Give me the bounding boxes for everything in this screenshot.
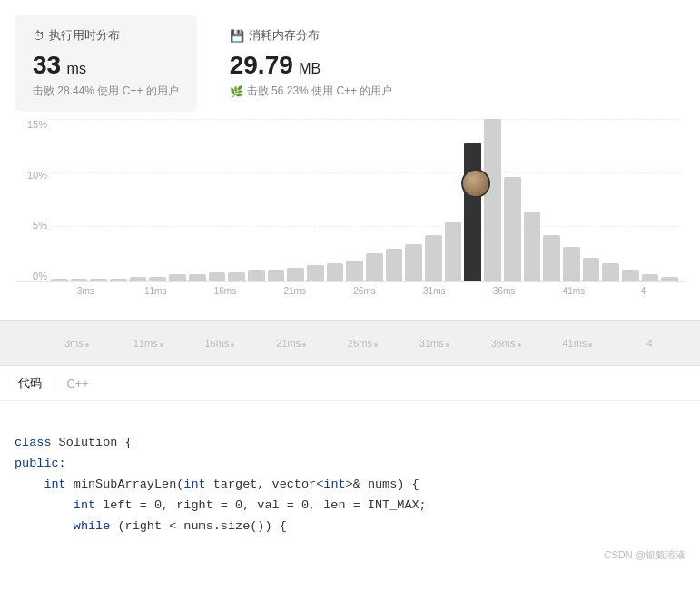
code-int-param2: int	[323, 478, 345, 491]
bar-group	[445, 119, 462, 281]
stats-section: 执行用时分布 33 ms 击败 28.44% 使用 C++ 的用户 💾 消耗内存…	[0, 0, 700, 112]
bar-group	[602, 119, 619, 281]
code-public-kw: public	[15, 457, 59, 470]
bar-group	[642, 119, 659, 281]
bar-group	[71, 119, 88, 281]
bar-group	[504, 119, 521, 281]
tab-lang[interactable]: C++	[63, 375, 93, 392]
bar	[149, 277, 166, 281]
bar-group	[327, 119, 344, 281]
bar-group	[169, 119, 186, 281]
watermark: CSDN @银氨溶液	[605, 548, 685, 562]
mini-label-11ms: 11ms	[113, 338, 185, 349]
time-title: 执行用时分布	[33, 27, 179, 44]
bar	[484, 119, 501, 281]
x-label-26ms: 26ms	[330, 286, 399, 296]
code-while-kw: while	[74, 519, 111, 533]
bar	[268, 270, 285, 281]
bar	[287, 268, 304, 281]
memory-unit: MB	[299, 61, 320, 76]
bar	[386, 249, 403, 281]
memory-value-row: 29.79 MB	[230, 51, 393, 80]
bar	[90, 279, 107, 281]
x-label-41ms: 41ms	[538, 286, 608, 296]
bar	[661, 277, 678, 281]
bar	[366, 253, 383, 281]
clock-icon	[33, 29, 44, 43]
y-label-15: 15%	[15, 119, 47, 130]
code-tab-bar: 代码 | C++	[0, 366, 700, 401]
bar-group	[228, 119, 245, 281]
mini-label-31ms: 31ms	[399, 338, 471, 349]
bar	[228, 272, 245, 281]
time-value: 33	[33, 51, 61, 79]
memory-value: 29.79	[230, 51, 293, 79]
x-label-end: 4	[608, 286, 678, 296]
mini-label-41ms: 41ms	[542, 338, 614, 349]
code-int-return: int	[44, 478, 65, 491]
bar-group	[386, 119, 403, 281]
y-label-0: 0%	[15, 271, 47, 281]
bar	[405, 244, 422, 281]
bar	[307, 265, 324, 281]
bar-group	[51, 119, 68, 281]
bar	[622, 270, 639, 281]
bar-group	[661, 119, 678, 281]
bar-group	[464, 119, 481, 281]
memory-icon: 💾	[230, 29, 244, 43]
bar-group	[346, 119, 363, 281]
mini-label-3ms: 3ms	[42, 338, 113, 349]
code-param-nums: >& nums) {	[346, 478, 419, 491]
bar-group	[563, 119, 580, 281]
time-subtitle: 击败 28.44% 使用 C++ 的用户	[33, 84, 179, 99]
code-editor: class Solution { public: int minSubArray…	[0, 401, 700, 569]
x-label-36ms: 36ms	[469, 286, 539, 296]
tab-code[interactable]: 代码	[15, 373, 45, 393]
bar	[248, 270, 265, 281]
code-class-kw: class	[15, 436, 52, 449]
code-public-colon: :	[59, 457, 66, 470]
code-while-cond: (right < nums.size()) {	[110, 519, 286, 533]
bar-group	[130, 119, 147, 281]
bar	[602, 263, 619, 281]
bar-group	[425, 119, 442, 281]
bar	[51, 279, 68, 281]
chart-area: 15% 10% 5% 0%	[15, 119, 685, 282]
mini-label-26ms: 26ms	[328, 338, 399, 349]
bar-group	[90, 119, 107, 281]
bar-group	[366, 119, 383, 281]
bar-group	[149, 119, 166, 281]
bar	[425, 235, 442, 281]
bar-group	[524, 119, 541, 281]
code-param-target: target, vector<	[206, 478, 324, 491]
mini-label-21ms: 21ms	[256, 338, 328, 349]
code-vars: left = 0, right = 0, val = 0, len = INT_…	[95, 498, 427, 512]
bar	[642, 274, 659, 281]
x-label-11ms: 11ms	[121, 286, 191, 296]
bar-group	[622, 119, 639, 281]
bar	[563, 247, 580, 281]
bar	[504, 177, 521, 281]
bar	[189, 274, 206, 281]
code-int-decl: int	[74, 498, 95, 512]
bar	[209, 272, 226, 281]
x-label-31ms: 31ms	[399, 286, 469, 296]
bars-container	[51, 119, 678, 281]
bar	[445, 222, 462, 281]
bar-group	[248, 119, 265, 281]
bar	[327, 263, 344, 281]
bar	[346, 261, 363, 281]
tab-separator: |	[53, 377, 55, 390]
chart-section: 15% 10% 5% 0% 3ms 11ms 16ms 21ms 26ms 31…	[0, 112, 700, 320]
bar-group	[110, 119, 127, 281]
bar-group	[209, 119, 226, 281]
user-avatar-tooltip	[461, 169, 490, 198]
mini-chart-strip: 3ms 11ms 16ms 21ms 26ms 31ms 36ms 41ms 4	[0, 320, 700, 366]
memory-title: 💾 消耗内存分布	[230, 27, 393, 44]
bar-group	[583, 119, 600, 281]
bar	[110, 279, 127, 281]
bar	[71, 279, 88, 281]
y-label-5: 5%	[15, 220, 47, 231]
bar-group	[484, 119, 501, 281]
code-int-param1: int	[183, 478, 205, 491]
